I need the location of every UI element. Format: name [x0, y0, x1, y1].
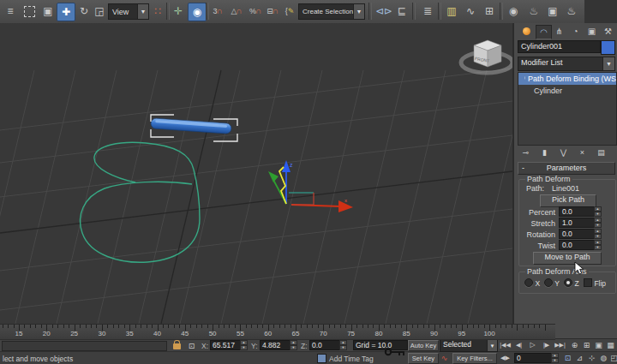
field-of-view-icon[interactable]: ⊿ — [574, 352, 585, 363]
absolute-mode-icon[interactable]: ⊡ — [186, 340, 197, 351]
zoom-all-icon[interactable]: ⊞ — [581, 339, 592, 350]
timeline-ruler[interactable]: 1520253035404550556065707580859095100 — [0, 324, 555, 340]
material-editor-icon[interactable]: ◉ — [505, 3, 522, 20]
spinner-down-icon[interactable]: ▾ — [594, 234, 602, 239]
previous-frame-icon[interactable]: ◀| — [512, 339, 525, 350]
collapse-icon[interactable]: - — [522, 163, 524, 173]
manage-layers-icon[interactable]: ≣ — [419, 3, 436, 20]
spinner-down-icon[interactable]: ▾ — [290, 345, 297, 350]
x-spinner[interactable]: ▴▾ — [240, 340, 248, 350]
rotation-spinner[interactable]: ▴▾ — [594, 229, 602, 239]
spinner-down-icon[interactable]: ▾ — [594, 223, 602, 228]
percent-field[interactable]: 0.0 — [559, 206, 598, 217]
selection-lock-icon[interactable] — [173, 343, 181, 349]
track-bar[interactable] — [2, 341, 167, 351]
select-and-move-icon[interactable]: ✚ — [57, 3, 75, 21]
curve-editor-icon[interactable]: ∿ — [462, 3, 479, 20]
select-and-rotate-icon[interactable]: ↻ — [75, 3, 93, 20]
show-end-result-icon[interactable]: ▮ — [536, 146, 553, 158]
go-to-start-icon[interactable]: |◀◀ — [499, 339, 512, 350]
keyboard-override-icon[interactable]: ◉ — [188, 3, 207, 21]
axis-radio-X[interactable]: X — [524, 278, 540, 288]
spinner-snap-icon[interactable]: ⊟∩ — [264, 3, 281, 20]
new-key-filter-icon[interactable]: ∿ — [439, 352, 450, 363]
time-tag-icon[interactable] — [317, 354, 326, 363]
spinner-down-icon[interactable]: ▾ — [339, 345, 347, 350]
tab-utilities[interactable]: ⚒ — [601, 25, 615, 38]
select-and-scale-icon[interactable]: ◲ — [91, 3, 108, 20]
zoom-icon[interactable]: ⊕ — [569, 339, 580, 350]
object-color-swatch[interactable] — [601, 40, 615, 55]
x-coordinate-field[interactable]: 65.517 — [210, 340, 243, 350]
spline-line001[interactable] — [81, 142, 200, 262]
angle-snap-icon[interactable]: △∩ — [228, 3, 245, 20]
rendered-frame-window-icon[interactable]: ▣ — [544, 3, 561, 20]
spinner-down-icon[interactable]: ▾ — [551, 358, 559, 363]
tab-hierarchy[interactable]: ⋔ — [552, 25, 566, 38]
pick-path-button[interactable]: Pick Path — [540, 194, 596, 207]
twist-field[interactable]: 0.0 — [559, 240, 598, 250]
spinner-down-icon[interactable]: ▾ — [594, 245, 602, 250]
maximize-viewport-icon[interactable]: ◰ — [608, 352, 617, 363]
zoom-extents-icon[interactable]: ▣ — [593, 339, 604, 350]
align-icon[interactable]: ⊑ — [393, 3, 410, 20]
zoom-extents-all-icon[interactable]: ▦ — [605, 339, 616, 350]
axis-radio-Z[interactable]: Z — [564, 278, 579, 288]
next-frame-icon[interactable]: |▶ — [540, 339, 553, 350]
viewport-display-icon[interactable]: ⊡ — [562, 352, 573, 363]
stretch-field[interactable]: 1.0 — [559, 218, 598, 228]
edit-named-selection-sets-icon[interactable]: {✎ — [281, 3, 298, 20]
select-and-manipulate-icon[interactable]: ✛ — [170, 3, 187, 20]
key-filters-button[interactable]: Key Filters... — [452, 353, 497, 364]
tab-modify[interactable]: ◠ — [536, 25, 552, 39]
flip-checkbox[interactable]: Flip — [584, 278, 606, 288]
parameters-rollout-header[interactable]: - Parameters — [518, 162, 615, 175]
configure-modifier-sets-icon[interactable]: ▤ — [593, 146, 609, 158]
pan-hand-icon[interactable]: ⊹ — [586, 352, 597, 363]
tab-display[interactable]: ▣ — [584, 25, 599, 38]
spinner-down-icon[interactable]: ▾ — [594, 212, 602, 217]
modifier-list-dropdown[interactable]: Modifier List ▼ — [518, 57, 615, 71]
schematic-view-icon[interactable]: ⊞ — [481, 3, 498, 20]
lightbulb-icon[interactable] — [524, 75, 525, 84]
object-name-field[interactable]: Cylinder001 — [518, 40, 601, 53]
stretch-spinner[interactable]: ▴▾ — [594, 218, 602, 228]
remove-modifier-icon[interactable]: × — [574, 146, 590, 158]
pin-stack-icon[interactable]: ⊸ — [518, 146, 534, 158]
twist-spinner[interactable]: ▴▾ — [594, 240, 602, 250]
object-cylinder001[interactable] — [151, 118, 232, 134]
y-coordinate-field[interactable]: 4.882 — [260, 340, 292, 350]
gizmo-plane-handle-x[interactable] — [291, 193, 314, 205]
render-setup-icon[interactable]: ♨ — [525, 3, 542, 20]
set-key-button[interactable]: Set Key — [408, 353, 439, 364]
make-unique-icon[interactable]: ⋁ — [555, 146, 572, 158]
auto-key-button[interactable]: Auto Key — [408, 340, 439, 351]
percent-spinner[interactable]: ▴▾ — [594, 206, 602, 217]
selection-set-filter-dropdown[interactable]: Selected ▼ — [440, 339, 498, 352]
scene-explorer-icon[interactable]: ▥ — [443, 3, 460, 20]
key-mode-toggle-icon[interactable]: ◀▶ — [499, 352, 512, 363]
go-to-end-icon[interactable]: ▶▶| — [554, 339, 566, 350]
mirror-icon[interactable]: ⊲⊳ — [375, 3, 392, 20]
percent-snap-icon[interactable]: %∩ — [247, 3, 264, 20]
frame-spinner[interactable]: ▴▾ — [551, 353, 559, 363]
tab-motion[interactable]: ◔ — [568, 25, 583, 38]
current-frame-field[interactable]: 0 — [514, 353, 554, 363]
reference-coordinate-dropdown[interactable]: View ▼ — [108, 3, 149, 20]
spinner-down-icon[interactable]: ▾ — [240, 345, 248, 350]
add-time-tag-label[interactable]: Add Time Tag — [329, 355, 374, 363]
rotation-field[interactable]: 0.0 — [559, 229, 598, 239]
perspective-viewport[interactable]: z x FRONT — [0, 23, 512, 324]
rectangular-selection-icon[interactable] — [21, 3, 38, 20]
use-pivot-center-icon[interactable]: ∷ — [149, 3, 166, 20]
render-production-icon[interactable]: ♨ — [563, 3, 580, 20]
y-spinner[interactable]: ▴▾ — [290, 340, 297, 350]
snaps-toggle-icon[interactable]: 3∩ — [209, 3, 226, 20]
named-selection-set-dropdown[interactable]: Create Selection Se ▼ — [298, 3, 365, 20]
tab-create[interactable] — [519, 25, 534, 38]
select-by-name-icon[interactable]: ≡ — [2, 3, 19, 20]
window-crossing-icon[interactable]: ▣ — [39, 3, 57, 20]
set-keys-icon[interactable] — [384, 345, 406, 359]
z-coordinate-field[interactable]: 0.0 — [309, 340, 342, 350]
modifier-stack-row-path-deform[interactable]: Path Deform Binding (WS — [518, 73, 616, 85]
